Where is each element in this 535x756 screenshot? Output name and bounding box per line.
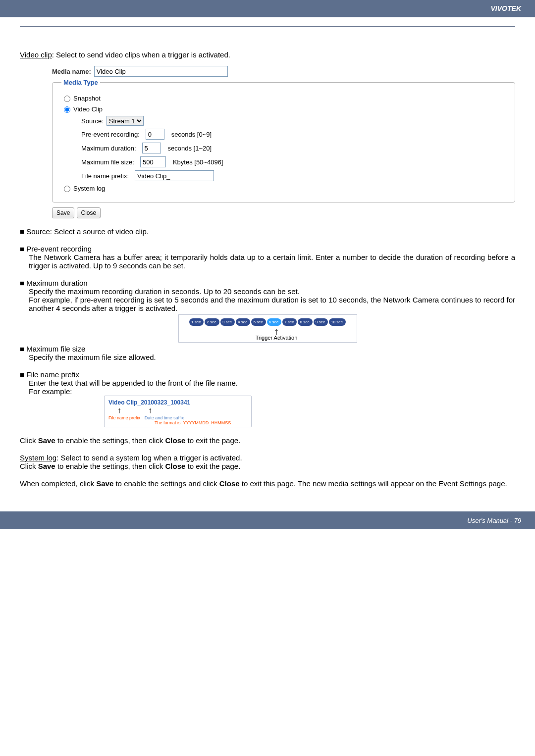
video-clip-radio[interactable]: [64, 106, 70, 113]
video-clip-underline: Video clip: [20, 50, 52, 59]
system-log-radio[interactable]: [64, 186, 70, 192]
system-log-line: System log: Select to send a system log …: [20, 454, 515, 462]
text: to enable the settings and click: [113, 479, 219, 488]
text: to enable the settings, then click: [55, 436, 165, 445]
media-name-label: Media name:: [52, 68, 91, 75]
video-clip-option[interactable]: Video Clip: [61, 105, 506, 113]
arrow-up-icon: ↑: [200, 328, 353, 335]
close-bold: Close: [165, 462, 186, 470]
header-band: VIVOTEK: [0, 0, 535, 17]
snapshot-label: Snapshot: [73, 95, 101, 102]
video-clip-label: Video Clip: [73, 105, 103, 113]
pill-8: 8 sec.: [298, 318, 312, 326]
file-prefix-row: File name prefix:: [81, 170, 506, 181]
pre-event-suffix: seconds [0~9]: [171, 131, 212, 138]
file-name-suffix-label: Date and time suffix: [145, 415, 184, 420]
file-prefix-label: File name prefix:: [81, 172, 129, 180]
intro-after: : Select to send video clips when a trig…: [52, 50, 230, 59]
pre-event-text: The Network Camera has a buffer area; it…: [29, 253, 515, 270]
pre-event-row: Pre-event recording: seconds [0~9]: [81, 129, 506, 140]
source-row: Source: Stream 1: [81, 116, 506, 126]
save-bold: Save: [96, 479, 113, 488]
media-type-legend: Media Type: [61, 79, 100, 86]
pill-row: 1 sec. 2 sec. 3 sec. 4 sec. 5 sec. 6 sec…: [182, 318, 353, 326]
max-duration-p1: Specify the maximum recording duration i…: [29, 287, 515, 296]
max-size-head: Maximum file size: [20, 345, 515, 353]
brand: VIVOTEK: [491, 4, 521, 12]
arrow-up-icon: ↑: [117, 406, 121, 415]
file-name-labels: File name prefix Date and time suffix: [108, 415, 247, 420]
snapshot-radio[interactable]: [64, 96, 70, 102]
pill-6: 6 sec.: [267, 318, 281, 326]
media-name-input[interactable]: [94, 66, 228, 77]
pre-event-label: Pre-event recording:: [81, 131, 140, 138]
save-button[interactable]: Save: [52, 207, 74, 218]
button-row: Save Close: [52, 207, 515, 218]
file-name-sample: Video Clip_20100323_100341: [108, 399, 247, 406]
file-prefix-text: Enter the text that will be appended to …: [29, 379, 515, 387]
file-prefix-head: File name prefix: [20, 370, 515, 379]
max-duration-head: Maximum duration: [20, 279, 515, 287]
pill-3: 3 sec.: [220, 318, 235, 326]
system-log-after: : Select to send a system log when a tri…: [56, 454, 242, 462]
max-duration-p2: For example, if pre-event recording is s…: [29, 296, 515, 312]
file-name-format: The format is: YYYYMMDD_HHMMSS: [155, 420, 247, 425]
save-bold: Save: [38, 462, 55, 470]
text: to exit the page.: [185, 462, 240, 470]
max-size-label: Maximum file size:: [81, 158, 134, 166]
file-prefix-input[interactable]: [135, 170, 214, 181]
close-bold: Close: [219, 479, 240, 488]
max-size-text: Specify the maximum file size allowed.: [29, 353, 515, 361]
source-label: Source:: [81, 117, 104, 125]
pill-7: 7 sec.: [282, 318, 297, 326]
media-type-fieldset: Media Type Snapshot Video Clip Source: S…: [52, 79, 515, 202]
pill-1: 1 sec.: [189, 318, 204, 326]
source-select[interactable]: Stream 1: [107, 116, 144, 126]
close-button[interactable]: Close: [77, 207, 101, 218]
for-example-label: For example:: [29, 387, 515, 396]
save-close-line-1: Click Save to enable the settings, then …: [20, 436, 515, 445]
source-bullet: Source: Select a source of video clip.: [20, 227, 515, 236]
system-log-label: System log: [73, 185, 105, 192]
max-size-suffix: Kbytes [50~4096]: [173, 158, 223, 166]
text: When completed, click: [20, 479, 96, 488]
text: Click: [20, 462, 38, 470]
final-paragraph: When completed, click Save to enable the…: [20, 479, 515, 488]
video-clip-subblock: Source: Stream 1 Pre-event recording: se…: [81, 116, 506, 181]
pre-event-input[interactable]: [146, 129, 164, 140]
text: to exit this page. The new media setting…: [240, 479, 507, 488]
save-close-line-2: Click Save to enable the settings, then …: [20, 462, 515, 470]
page-number: User's Manual - 79: [467, 517, 521, 524]
text: to exit the page.: [185, 436, 240, 445]
text: Click: [20, 436, 38, 445]
timeline-diagram: 1 sec. 2 sec. 3 sec. 4 sec. 5 sec. 6 sec…: [178, 314, 357, 343]
pill-9: 9 sec.: [314, 318, 328, 326]
pill-5: 5 sec.: [251, 318, 266, 326]
text: to enable the settings, then click: [55, 462, 165, 470]
save-bold: Save: [38, 436, 55, 445]
system-log-underline: System log: [20, 454, 56, 462]
file-name-example: Video Clip_20100323_100341 ↑ ↑ File name…: [104, 396, 252, 427]
arrow-up-icon: ↑: [148, 406, 152, 415]
max-size-input[interactable]: [140, 156, 166, 167]
page-body: Video clip: Select to send video clips w…: [0, 27, 535, 500]
pill-2: 2 sec.: [205, 318, 219, 326]
media-name-row: Media name:: [52, 66, 515, 77]
snapshot-option[interactable]: Snapshot: [61, 94, 506, 102]
file-name-prefix-label: File name prefix: [108, 415, 140, 420]
max-duration-suffix: seconds [1~20]: [168, 145, 212, 152]
max-duration-row: Maximum duration: seconds [1~20]: [81, 143, 506, 153]
max-duration-label: Maximum duration:: [81, 145, 136, 152]
intro-line: Video clip: Select to send video clips w…: [20, 50, 515, 59]
pill-4: 4 sec.: [236, 318, 250, 326]
timeline-caption: Trigger Activation: [200, 335, 353, 341]
max-size-row: Maximum file size: Kbytes [50~4096]: [81, 156, 506, 167]
pre-event-head: Pre-event recording: [20, 245, 515, 253]
close-bold: Close: [165, 436, 186, 445]
media-form: Media name: Media Type Snapshot Video Cl…: [52, 66, 515, 218]
pill-10: 10 sec.: [329, 318, 346, 326]
footer-band: User's Manual - 79: [0, 511, 535, 529]
system-log-option[interactable]: System log: [61, 184, 506, 192]
file-name-arrows: ↑ ↑: [117, 406, 247, 415]
max-duration-input[interactable]: [142, 143, 161, 153]
